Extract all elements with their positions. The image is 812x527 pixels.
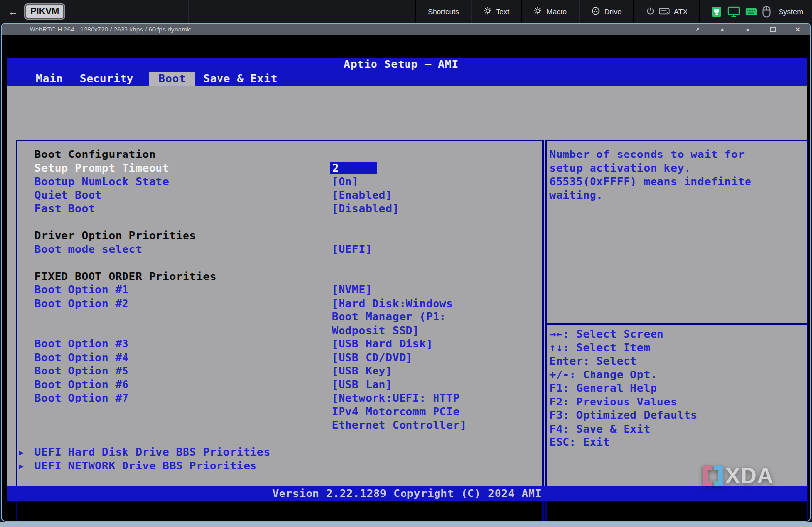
mouse-status-icon [762,6,771,18]
bios-option-row[interactable]: Boot mode select[UEFI] [17,243,542,256]
bios-option-row[interactable]: Boot Option #6[USB Lan] [17,378,542,392]
bios-options-panel: Boot ConfigurationSetup Prompt Timeout2B… [16,140,544,521]
close-icon[interactable]: × [785,24,810,35]
tab-security[interactable]: Security [80,72,134,86]
key-hint-line: F4: Save & Exit [549,422,807,436]
status-indicators: System [699,0,812,23]
bios-option-row[interactable]: Quiet Boot[Enabled] [17,188,542,202]
option-label: Bootup NumLock State [34,175,169,188]
bios-option-row[interactable]: Boot Option #2[Hard Disk:Windows [17,297,542,310]
help-line: setup activation key. [549,161,803,175]
bios-key-hints: →←: Select Screen↑↓: Select ItemEnter: S… [549,327,807,449]
bios-option-row[interactable]: Boot Option #7[Network:UEFI: HTTP [17,391,542,405]
bios-option-row[interactable]: Setup Prompt Timeout2 [17,161,542,175]
bios-header: Aptio Setup – AMI Main Security Boot Sav… [7,58,807,86]
option-label: Boot mode select [34,243,142,256]
tab-boot[interactable]: Boot [149,72,195,86]
option-label: Boot Option #1 [34,283,129,297]
drive-button[interactable]: Drive [579,0,633,23]
option-value: [Disabled] [332,202,399,216]
header-buttons: Shortcuts Text Macro [415,0,812,23]
gear-icon [533,6,542,17]
submenu-arrow-icon: ▶ [19,446,24,460]
shortcuts-button[interactable]: Shortcuts [415,0,470,23]
system-button[interactable]: System [779,7,803,16]
bios-option-row[interactable]: Boot Option #1[NVME] [17,283,542,297]
option-label: Fast Boot [34,202,95,216]
bios-value-continuation-row: Ethernet Controller] [17,418,542,432]
key-hint-line: →←: Select Screen [549,327,807,341]
key-hint-line: Enter: Select [549,354,807,368]
text-label: Text [496,7,510,16]
bios-title: Aptio Setup – AMI [7,58,807,70]
text-button[interactable]: Text [471,0,522,23]
option-value: [Network:UEFI: HTTP [332,391,460,405]
shortcuts-label: Shortcuts [428,7,459,16]
bios-section-row: Boot Configuration [17,148,542,161]
xda-watermark: XDA [703,465,774,487]
atx-label: ATX [674,7,687,16]
option-label: Boot Option #5 [34,364,129,378]
option-label: Quiet Boot [34,188,102,202]
bios-option-row[interactable]: ▶UEFI NETWORK Drive BBS Priorities [17,459,542,473]
fullscreen-triangle-icon[interactable]: ▲ [710,24,735,35]
option-label: Boot Option #4 [34,351,129,365]
remote-screen[interactable]: Aptio Setup – AMI Main Security Boot Sav… [2,35,810,521]
option-value-highlighted: 2 [330,162,377,174]
display-status-icon [727,6,740,18]
bios-option-row[interactable]: Bootup NumLock State[On] [17,175,542,188]
help-line: waiting. [549,188,803,202]
option-label: Boot Option #2 [34,297,129,310]
submenu-arrow-icon: ▶ [19,460,24,473]
bios-option-row[interactable]: Boot Option #5[USB Key] [17,364,542,378]
bios-blank-row [17,216,542,229]
gear-icon [483,6,492,17]
bios-option-row[interactable]: ▶UEFI Hard Disk Drive BBS Priorities [17,445,542,459]
stream-window: WebRTC H.264 - 1280x720 / 2639 kbps / 60… [1,23,811,522]
stream-titlebar[interactable]: WebRTC H.264 - 1280x720 / 2639 kbps / 60… [2,24,810,35]
bios-option-row[interactable]: Boot Option #3[USB Hard Disk] [17,337,542,351]
page-bottom-strip [0,522,812,527]
record-dot-icon[interactable]: ● [735,24,760,35]
watermark-label: XDA [725,465,774,487]
option-label: Setup Prompt Timeout [34,161,169,175]
key-hint-line: F1: General Help [549,381,807,395]
option-value: [NVME] [332,283,372,297]
bios-value-continuation-row: Wodposit SSD] [17,324,542,338]
window-controls: ↗ ▲ ● × [685,24,810,35]
atx-button[interactable]: ATX [633,0,699,23]
bios-option-row[interactable]: Fast Boot[Disabled] [17,202,542,216]
macro-button[interactable]: Macro [521,0,579,23]
macro-label: Macro [546,7,567,16]
option-value: IPv4 Motorcomm PCIe [332,405,460,419]
header-divider [188,0,189,23]
tab-main[interactable]: Main [36,72,63,86]
option-label: UEFI Hard Disk Drive BBS Priorities [34,445,270,459]
bios-blank-row [17,256,542,270]
disc-icon [591,6,600,17]
back-button[interactable]: ← [8,6,18,18]
help-line: 65535(0xFFFF) means indefinite [549,175,803,188]
option-value: [Enabled] [332,188,392,202]
bios-section-row: FIXED BOOT ORDER Priorities [17,270,542,283]
option-value: [USB Hard Disk] [332,337,433,351]
key-hint-line: F2: Previous Values [549,395,807,409]
tab-save-exit[interactable]: Save & Exit [203,72,278,86]
option-value: [UEFI] [332,243,372,256]
expand-icon[interactable]: ↗ [685,24,710,35]
stream-title: WebRTC H.264 - 1280x720 / 2639 kbps / 60… [30,26,191,33]
maximize-icon[interactable] [760,24,785,35]
bios-help-text: Number of seconds to wait forsetup activ… [547,141,807,202]
option-label: Boot Option #3 [34,337,129,351]
option-value: [USB Key] [332,364,392,378]
bios-section-row: Driver Option Priorities [17,229,542,243]
key-hint-line: ESC: Exit [549,435,807,449]
option-value: [On] [332,175,359,188]
option-label: Boot Configuration [34,148,156,161]
bios-left-rows: Boot ConfigurationSetup Prompt Timeout2B… [17,141,542,472]
option-value: Ethernet Controller] [332,418,467,432]
bios-option-row[interactable]: Boot Option #4[USB CD/DVD] [17,351,542,365]
bios-value-continuation-row: Boot Manager (P1: [17,310,542,324]
option-value: [USB Lan] [332,378,392,392]
pikvm-logo[interactable]: PiKVM [25,4,64,19]
